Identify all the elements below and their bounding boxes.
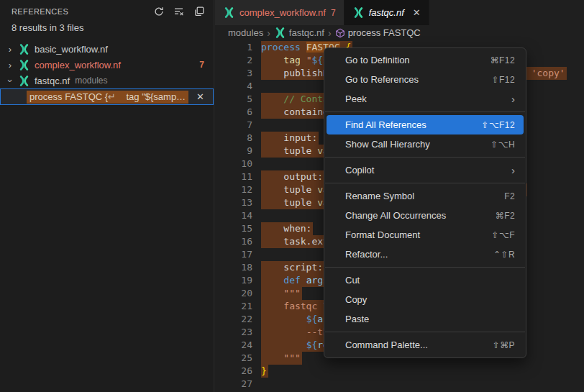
line-number: 21 bbox=[215, 300, 252, 313]
references-toolbar bbox=[150, 3, 208, 20]
line-number: 27 bbox=[215, 378, 252, 391]
tab-complex_workflow-nf[interactable]: complex_workflow.nf7 bbox=[215, 0, 345, 25]
menu-item-peek[interactable]: Peek› bbox=[327, 89, 524, 109]
references-tree: ›basic_workflow.nf›complex_workflow.nf7›… bbox=[0, 41, 214, 105]
menu-item-label: Paste bbox=[345, 314, 515, 324]
code-token: """ bbox=[283, 288, 300, 298]
code-line[interactable] bbox=[261, 378, 584, 391]
line-number: 7 bbox=[215, 119, 252, 132]
tab-close-button[interactable]: ✕ bbox=[413, 7, 421, 18]
line-match-highlight: """ bbox=[261, 352, 302, 365]
line-number: 18 bbox=[215, 261, 252, 274]
match-text-before: process FASTQC { bbox=[29, 91, 108, 102]
code-token: """ bbox=[283, 352, 300, 363]
tab-label: complex_workflow.nf bbox=[239, 7, 326, 18]
nextflow-file-icon bbox=[18, 44, 30, 55]
tree-item-file[interactable]: ›complex_workflow.nf7 bbox=[0, 57, 214, 73]
clear-all-button[interactable] bbox=[170, 3, 188, 20]
code-line[interactable]: } bbox=[261, 365, 584, 378]
menu-item-go-to-references[interactable]: Go to References⇧F12 bbox=[327, 70, 524, 89]
submenu-arrow-icon: › bbox=[511, 165, 515, 176]
menu-item-label: Rename Symbol bbox=[345, 191, 504, 201]
chevron-icon[interactable]: › bbox=[5, 75, 16, 86]
match-text: process FASTQC {↵ tag "${samp… bbox=[27, 91, 188, 104]
menu-item-paste[interactable]: Paste bbox=[327, 309, 524, 329]
menu-shortcut: ⇧⌥F12 bbox=[481, 120, 515, 130]
code-token: when: bbox=[261, 223, 311, 234]
dismiss-reference-button[interactable]: ✕ bbox=[196, 91, 204, 102]
menu-item-command-palette[interactable]: Command Palette...⇧⌘P bbox=[327, 335, 524, 355]
menu-shortcut: ⇧⌘P bbox=[493, 340, 515, 350]
menu-separator bbox=[325, 267, 525, 268]
code-token bbox=[261, 339, 306, 350]
vscode-window: REFERENCES bbox=[0, 0, 584, 392]
menu-shortcut: ⇧⌥F bbox=[492, 230, 515, 240]
code-token: tuple bbox=[261, 145, 317, 156]
line-number: 3 bbox=[215, 67, 252, 80]
code-token: input: bbox=[261, 132, 317, 143]
collapse-all-button[interactable] bbox=[191, 3, 208, 20]
references-panel: REFERENCES bbox=[0, 0, 214, 392]
menu-item-refactor[interactable]: Refactor...⌃⇧R bbox=[327, 245, 524, 264]
menu-separator bbox=[325, 332, 525, 332]
nextflow-file-icon bbox=[18, 76, 30, 86]
line-number: 24 bbox=[215, 339, 252, 352]
line-number: 26 bbox=[215, 365, 252, 378]
references-title: REFERENCES bbox=[12, 7, 68, 16]
menu-item-label: Change All Occurrences bbox=[345, 210, 496, 221]
refresh-icon bbox=[153, 6, 165, 17]
line-match-highlight: } bbox=[261, 365, 268, 378]
line-number: 6 bbox=[215, 106, 252, 119]
nextflow-file-icon bbox=[352, 7, 365, 18]
menu-item-label: Refactor... bbox=[345, 249, 493, 260]
breadcrumb-item-fastqc-nf[interactable]: fastqc.nf bbox=[274, 27, 324, 38]
refresh-button[interactable] bbox=[150, 3, 168, 20]
nextflow-file-icon bbox=[223, 7, 235, 18]
code-token: tag bbox=[283, 55, 300, 65]
menu-item-show-call-hierarchy[interactable]: Show Call Hierarchy⇧⌥H bbox=[327, 135, 524, 154]
line-number: 2 bbox=[215, 54, 252, 67]
code-token bbox=[261, 301, 283, 311]
line-number: 8 bbox=[215, 132, 252, 145]
collapse-all-icon bbox=[193, 6, 205, 17]
reference-match-row[interactable]: process FASTQC {↵ tag "${samp…✕ bbox=[0, 88, 214, 105]
chevron-icon[interactable]: › bbox=[4, 60, 16, 70]
submenu-arrow-icon: › bbox=[511, 94, 515, 104]
code-token bbox=[261, 275, 283, 286]
menu-shortcut: ⌘F12 bbox=[491, 55, 515, 65]
menu-item-format-document[interactable]: Format Document⇧⌥F bbox=[327, 225, 524, 245]
chevron-icon[interactable]: › bbox=[4, 44, 16, 55]
code-token: fastqc \ bbox=[283, 301, 329, 311]
line-number: 11 bbox=[215, 170, 252, 183]
tab-fastqc-nf[interactable]: fastqc.nf✕ bbox=[345, 0, 429, 25]
menu-item-rename-symbol[interactable]: Rename SymbolF2 bbox=[327, 186, 524, 206]
breadcrumb-item-process-FASTQC[interactable]: process FASTQC bbox=[335, 27, 421, 38]
menu-item-copy[interactable]: Copy bbox=[327, 290, 524, 309]
tree-item-file[interactable]: ›basic_workflow.nf bbox=[0, 41, 214, 57]
menu-item-label: Copy bbox=[345, 294, 515, 305]
line-number: 1 bbox=[215, 41, 252, 54]
breadcrumb-label: modules bbox=[228, 27, 263, 38]
menu-item-change-all-occurrences[interactable]: Change All Occurrences⌘F2 bbox=[327, 206, 524, 225]
menu-item-go-to-definition[interactable]: Go to Definition⌘F12 bbox=[327, 50, 524, 70]
code-token bbox=[301, 275, 306, 286]
file-description: modules bbox=[75, 76, 107, 86]
menu-item-label: Find All References bbox=[345, 119, 481, 130]
menu-item-cut[interactable]: Cut bbox=[327, 270, 524, 290]
tree-item-file[interactable]: ›fastqc.nfmodules bbox=[0, 73, 214, 88]
menu-shortcut: ⌘F2 bbox=[496, 211, 515, 221]
problems-badge: 7 bbox=[199, 60, 204, 70]
line-number: 22 bbox=[215, 313, 252, 326]
menu-item-label: Command Palette... bbox=[345, 339, 493, 350]
line-match-highlight: fastqc \ bbox=[261, 300, 330, 313]
match-text-after: tag "${samp… bbox=[116, 91, 186, 102]
breadcrumb-item-modules[interactable]: modules bbox=[228, 27, 263, 38]
menu-shortcut: F2 bbox=[504, 191, 515, 201]
line-match-highlight: """ bbox=[261, 287, 302, 300]
menu-item-copilot[interactable]: Copilot› bbox=[327, 160, 524, 180]
breadcrumb-label: fastqc.nf bbox=[289, 27, 324, 38]
line-number: 14 bbox=[215, 209, 252, 222]
line-number: 17 bbox=[215, 248, 252, 261]
menu-item-find-all-references[interactable]: Find All References⇧⌥F12 bbox=[327, 115, 524, 135]
code-token bbox=[261, 327, 306, 337]
